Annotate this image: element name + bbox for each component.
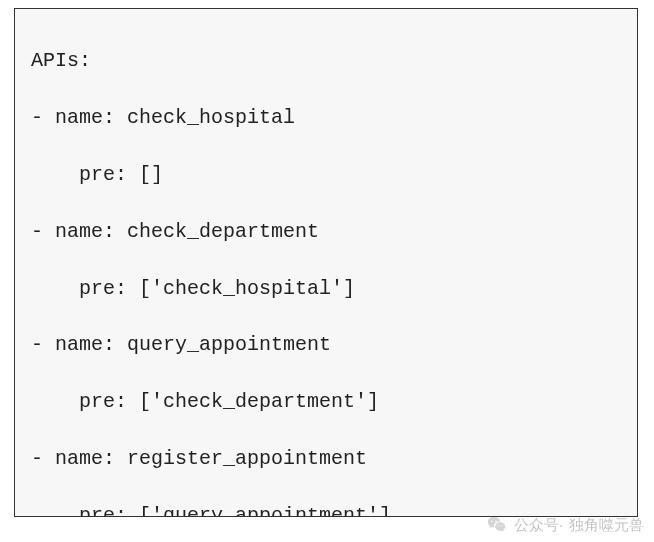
code-line: - name: check_hospital (31, 104, 621, 132)
wechat-icon (486, 514, 508, 536)
watermark: 公众号· 独角噬元兽 (486, 514, 644, 536)
code-block: APIs: - name: check_hospital pre: [] - n… (14, 8, 638, 517)
code-line: pre: [] (31, 161, 621, 189)
code-line: pre: ['check_department'] (31, 388, 621, 416)
code-line: - name: query_appointment (31, 331, 621, 359)
code-line: APIs: (31, 47, 621, 75)
code-line: - name: register_appointment (31, 445, 621, 473)
code-line: - name: check_department (31, 218, 621, 246)
code-line: pre: ['check_hospital'] (31, 275, 621, 303)
watermark-prefix: 公众号· (514, 516, 563, 535)
watermark-account: 独角噬元兽 (569, 516, 644, 535)
